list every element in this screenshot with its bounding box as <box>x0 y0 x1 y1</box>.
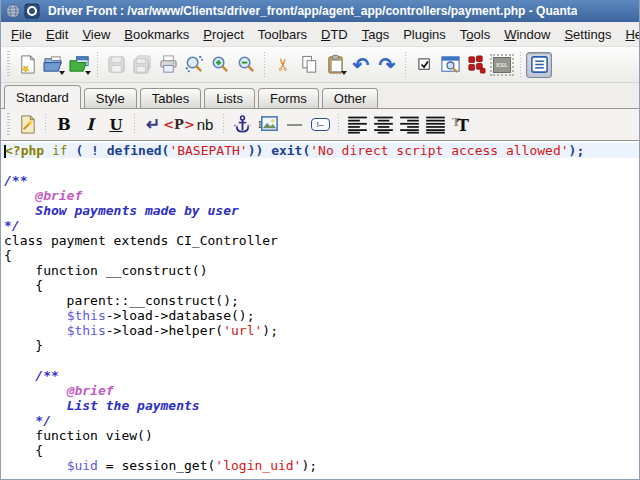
open-project-folder-button[interactable] <box>66 52 92 78</box>
non-breaking-space-button[interactable]: nb <box>192 112 218 138</box>
toolbar-separator <box>518 52 523 77</box>
tab-forms[interactable]: Forms <box>258 88 319 109</box>
non-breaking-space-icon: nb <box>197 116 214 133</box>
toolbar-separator <box>132 114 137 135</box>
save-button[interactable] <box>103 52 129 78</box>
toolbar-separator <box>43 114 48 135</box>
checkbox-toggle-button[interactable] <box>411 52 437 78</box>
menu-dtd[interactable]: DTD <box>314 24 355 45</box>
preview-button[interactable] <box>437 52 463 78</box>
tab-other[interactable]: Other <box>322 88 379 109</box>
tab-style[interactable]: Style <box>84 88 137 109</box>
justify-button[interactable] <box>422 112 448 138</box>
paragraph-icon: <P> <box>163 117 195 132</box>
code-line: /** <box>1 173 639 188</box>
open-file-icon <box>43 54 64 75</box>
window-menu-icon[interactable] <box>5 3 21 19</box>
bold-icon: B <box>57 115 71 134</box>
align-right-button[interactable] <box>396 112 422 138</box>
open-file-button[interactable] <box>40 52 66 78</box>
zoom-in-icon <box>210 54 231 75</box>
paste-icon <box>325 54 346 75</box>
menu-tools[interactable]: Tools <box>453 24 497 45</box>
code-line: $this->load->helper('url'); <box>1 323 639 338</box>
code-line: @brief <box>1 383 639 398</box>
redo-icon: ↷ <box>379 55 396 75</box>
bold-button[interactable]: B <box>51 112 77 138</box>
panel-list-icon <box>529 54 550 75</box>
menu-tags[interactable]: Tags <box>355 24 396 45</box>
align-left-button[interactable] <box>344 112 370 138</box>
menu-project[interactable]: Project <box>196 24 250 45</box>
code-line: List the payments <box>1 398 639 413</box>
zoom-out-button[interactable] <box>233 52 259 78</box>
toolbar-drag-handle[interactable] <box>6 113 11 136</box>
menu-toolbars[interactable]: Toolbars <box>251 24 314 45</box>
font-text-button[interactable]: TT <box>448 112 474 138</box>
toolbar-separator <box>95 52 100 77</box>
menu-settings[interactable]: Settings <box>557 24 618 45</box>
cut-button[interactable]: ✂ <box>270 52 296 78</box>
tab-lists[interactable]: Lists <box>204 88 255 109</box>
xsl-debug-icon: XSL <box>493 57 511 73</box>
menu-window[interactable]: Window <box>497 24 557 45</box>
save-all-icon <box>132 54 153 75</box>
toolbar-separator <box>262 52 267 77</box>
menu-plugins[interactable]: Plugins <box>396 24 453 45</box>
copy-button[interactable] <box>296 52 322 78</box>
zoom-in-button[interactable] <box>207 52 233 78</box>
justify-icon <box>425 114 446 135</box>
print-button[interactable] <box>155 52 181 78</box>
xsl-debug-button[interactable]: XSL <box>489 52 515 78</box>
align-center-button[interactable] <box>370 112 396 138</box>
code-line: <?php if ( ! defined('BASEPATH')) exit('… <box>1 143 639 158</box>
find-button[interactable] <box>181 52 207 78</box>
tab-standard[interactable]: Standard <box>4 85 81 109</box>
horizontal-rule-button[interactable] <box>281 112 307 138</box>
open-folder-icon <box>69 54 90 75</box>
italic-button[interactable]: I <box>77 112 103 138</box>
titlebar[interactable]: Driver Front : /var/www/Clients/driver_f… <box>1 0 639 22</box>
zoom-out-icon <box>236 54 257 75</box>
save-icon <box>106 54 127 75</box>
debug-blocks-button[interactable] <box>463 52 489 78</box>
tag-toolbar-tabs: StandardStyleTablesListsFormsOther <box>1 83 639 109</box>
code-line: function __construct() <box>1 263 639 278</box>
new-document-icon <box>17 54 38 75</box>
code-line: { <box>1 248 639 263</box>
menu-view[interactable]: View <box>75 24 117 45</box>
insert-image-button[interactable]: I <box>255 112 281 138</box>
code-line: $uid = session_get('login_uid'); <box>1 458 639 473</box>
toolbar-drag-handle[interactable] <box>6 51 11 78</box>
paste-button[interactable] <box>322 52 348 78</box>
tab-tables[interactable]: Tables <box>140 88 202 109</box>
new-document-button[interactable] <box>14 52 40 78</box>
comment-icon: !-- <box>311 118 330 131</box>
anchor-button[interactable] <box>229 112 255 138</box>
menu-edit[interactable]: Edit <box>39 24 75 45</box>
menu-bookmarks[interactable]: Bookmarks <box>117 24 196 45</box>
code-line: function view() <box>1 428 639 443</box>
line-break-icon: ↵ <box>146 114 160 135</box>
quick-start-wizard-button[interactable] <box>14 112 40 138</box>
menu-help[interactable]: Help <box>618 24 639 45</box>
comment-button[interactable]: !-- <box>307 112 333 138</box>
editor-view[interactable]: <?php if ( ! defined('BASEPATH')) exit('… <box>1 141 639 479</box>
code-area[interactable]: <?php if ( ! defined('BASEPATH')) exit('… <box>1 141 639 473</box>
redo-button[interactable]: ↷ <box>374 52 400 78</box>
line-break-button[interactable]: ↵ <box>140 112 166 138</box>
code-line: parent::__construct(); <box>1 293 639 308</box>
code-line: */ <box>1 413 639 428</box>
copy-icon <box>299 54 320 75</box>
save-all-button[interactable] <box>129 52 155 78</box>
cut-icon: ✂ <box>273 57 294 71</box>
find-icon <box>184 54 205 75</box>
menu-file[interactable]: File <box>4 24 39 45</box>
undo-button[interactable]: ↶ <box>348 52 374 78</box>
paragraph-button[interactable]: <P> <box>166 112 192 138</box>
underline-button[interactable]: U <box>103 112 129 138</box>
preview-icon <box>440 54 461 75</box>
show-panel-toggle-button[interactable] <box>526 52 552 78</box>
underline-icon: U <box>109 116 122 134</box>
italic-icon: I <box>86 115 93 134</box>
